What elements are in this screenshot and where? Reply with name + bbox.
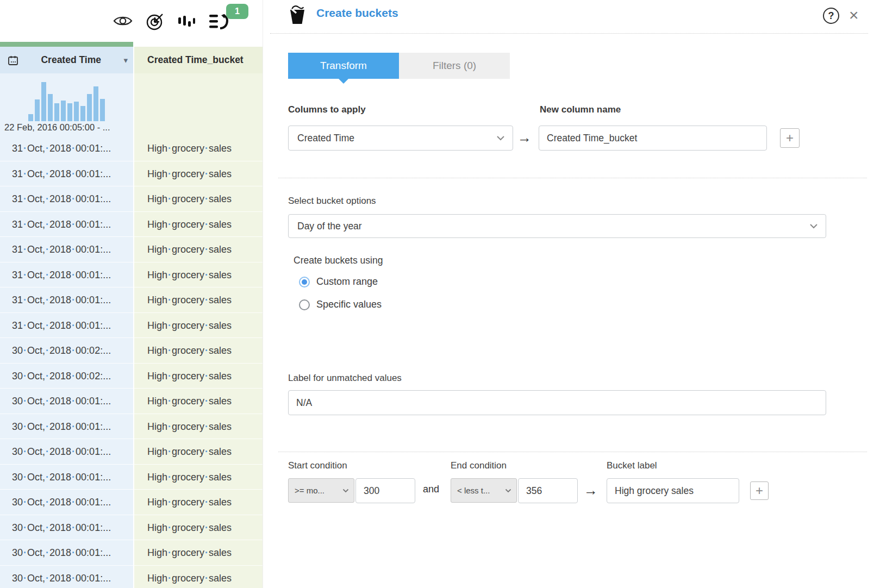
table-row[interactable]: 31·Oct,·2018·00:01:...High·grocery·sales [0, 237, 263, 262]
table-cell[interactable]: 30·Oct,·2018·00:01:... [0, 389, 133, 414]
radio-specific-values[interactable]: Specific values [299, 299, 382, 310]
end-value-input[interactable] [518, 478, 578, 503]
table-cell[interactable]: 31·Oct,·2018·00:01:... [0, 262, 133, 288]
whitespace-dot-icon: · [23, 168, 27, 179]
table-cell[interactable]: High·grocery·sales [134, 212, 263, 237]
whitespace-dot-icon: · [71, 497, 76, 508]
whitespace-dot-icon: · [204, 421, 209, 432]
table-row[interactable]: 31·Oct,·2018·00:01:...High·grocery·sales [0, 262, 263, 288]
whitespace-dot-icon: · [45, 193, 49, 204]
column-menu-caret-icon[interactable]: ▾ [123, 55, 128, 65]
column-title: Created Time_bucket [147, 54, 244, 66]
table-cell[interactable]: High·grocery·sales [134, 262, 263, 288]
add-bucket-button[interactable]: + [750, 481, 769, 500]
grid-summary-row: 22 Feb, 2016 00:05:00 - ... [0, 73, 263, 136]
table-cell[interactable]: High·grocery·sales [134, 287, 263, 313]
table-row[interactable]: 30·Oct,·2018·00:01:...High·grocery·sales [0, 414, 263, 440]
end-operator-select[interactable]: < less t... [451, 478, 517, 503]
create-buckets-panel: Create buckets ? × Transform Filters (0)… [263, 0, 880, 588]
end-operator-value: < less t... [457, 486, 490, 495]
table-cell[interactable]: 31·Oct,·2018·00:01:... [0, 212, 133, 237]
table-cell[interactable]: 30·Oct,·2018·00:01:... [0, 566, 133, 588]
table-cell[interactable]: High·grocery·sales [134, 136, 263, 161]
table-cell[interactable]: High·grocery·sales [134, 364, 263, 389]
column-summary-created-time[interactable]: 22 Feb, 2016 00:05:00 - ... [0, 73, 133, 136]
column-stats-icon[interactable] [178, 15, 195, 29]
radio-custom-range[interactable]: Custom range [299, 276, 378, 287]
tab-transform[interactable]: Transform [288, 53, 399, 79]
table-row[interactable]: 30·Oct,·2018·00:01:...High·grocery·sales [0, 566, 263, 588]
table-row[interactable]: 30·Oct,·2018·00:02:...High·grocery·sales [0, 338, 263, 364]
table-row[interactable]: 30·Oct,·2018·00:01:...High·grocery·sales [0, 515, 263, 541]
table-cell[interactable]: 30·Oct,·2018·00:01:... [0, 414, 133, 440]
bucket-label-input[interactable] [607, 478, 739, 503]
column-header-created-time-bucket[interactable]: Created Time_bucket [134, 47, 263, 73]
radio-label: Specific values [316, 299, 382, 310]
bucket-options-select[interactable]: Day of the year [288, 214, 826, 238]
table-row[interactable]: 31·Oct,·2018·00:01:...High·grocery·sales [0, 313, 263, 339]
table-row[interactable]: 30·Oct,·2018·00:01:...High·grocery·sales [0, 439, 263, 465]
table-row[interactable]: 31·Oct,·2018·00:01:...High·grocery·sales [0, 136, 263, 161]
table-row[interactable]: 30·Oct,·2018·00:01:...High·grocery·sales [0, 490, 263, 515]
table-cell[interactable]: High·grocery·sales [134, 161, 263, 187]
start-value-field-wrap [355, 478, 415, 503]
steps-count-badge: 1 [226, 4, 248, 19]
column-header-created-time[interactable]: Created Time ▾ [0, 47, 133, 73]
radio-unselected-icon[interactable] [299, 299, 310, 310]
table-cell[interactable]: 31·Oct,·2018·00:01:... [0, 313, 133, 339]
table-rows: 31·Oct,·2018·00:01:...High·grocery·sales… [0, 136, 263, 588]
table-cell[interactable]: High·grocery·sales [134, 186, 263, 212]
table-cell[interactable]: High·grocery·sales [134, 237, 263, 262]
table-cell[interactable]: High·grocery·sales [134, 465, 263, 490]
table-cell[interactable]: 30·Oct,·2018·00:01:... [0, 439, 133, 465]
help-icon[interactable]: ? [823, 8, 839, 24]
bucket-label-field-wrap [607, 478, 739, 503]
table-cell[interactable]: 31·Oct,·2018·00:01:... [0, 136, 133, 161]
table-cell[interactable]: 31·Oct,·2018·00:01:... [0, 237, 133, 262]
table-cell[interactable]: 30·Oct,·2018·00:02:... [0, 364, 133, 389]
table-cell[interactable]: High·grocery·sales [134, 439, 263, 465]
selected-bucket-option: Day of the year [297, 221, 362, 232]
table-row[interactable]: 30·Oct,·2018·00:01:...High·grocery·sales [0, 389, 263, 414]
add-column-button[interactable]: + [780, 128, 800, 148]
table-cell[interactable]: High·grocery·sales [134, 490, 263, 515]
table-cell[interactable]: 30·Oct,·2018·00:01:... [0, 515, 133, 541]
new-column-name-input[interactable] [539, 126, 767, 151]
table-row[interactable]: 30·Oct,·2018·00:02:...High·grocery·sales [0, 364, 263, 389]
table-cell[interactable]: 30·Oct,·2018·00:02:... [0, 338, 133, 364]
table-row[interactable]: 30·Oct,·2018·00:01:...High·grocery·sales [0, 540, 263, 566]
table-cell[interactable]: 30·Oct,·2018·00:01:... [0, 540, 133, 566]
table-cell[interactable]: High·grocery·sales [134, 338, 263, 364]
start-value-input[interactable] [355, 478, 415, 503]
radio-selected-icon[interactable] [299, 277, 310, 287]
table-row[interactable]: 30·Oct,·2018·00:01:...High·grocery·sales [0, 465, 263, 490]
unmatched-values-input[interactable] [288, 390, 826, 415]
histogram-bar [80, 106, 85, 121]
table-cell[interactable]: 31·Oct,·2018·00:01:... [0, 287, 133, 313]
table-cell[interactable]: High·grocery·sales [134, 389, 263, 414]
table-cell[interactable]: High·grocery·sales [134, 566, 263, 588]
table-cell[interactable]: 30·Oct,·2018·00:01:... [0, 490, 133, 515]
table-cell[interactable]: 31·Oct,·2018·00:01:... [0, 186, 133, 212]
whitespace-dot-icon: · [23, 219, 27, 230]
table-cell[interactable]: High·grocery·sales [134, 540, 263, 566]
table-row[interactable]: 31·Oct,·2018·00:01:...High·grocery·sales [0, 186, 263, 212]
target-goal-icon[interactable] [146, 11, 165, 31]
whitespace-dot-icon: · [71, 345, 76, 356]
column-summary-created-time-bucket[interactable] [134, 73, 263, 136]
table-row[interactable]: 31·Oct,·2018·00:01:...High·grocery·sales [0, 212, 263, 237]
close-icon[interactable]: × [849, 7, 859, 24]
start-operator-select[interactable]: >= mo... [288, 478, 354, 503]
whitespace-dot-icon: · [23, 371, 27, 381]
table-cell[interactable]: 30·Oct,·2018·00:01:... [0, 465, 133, 490]
table-row[interactable]: 31·Oct,·2018·00:01:...High·grocery·sales [0, 161, 263, 187]
table-cell[interactable]: High·grocery·sales [134, 414, 263, 440]
tab-filters[interactable]: Filters (0) [399, 53, 510, 79]
whitespace-dot-icon: · [167, 270, 172, 280]
eye-preview-icon[interactable] [113, 14, 133, 28]
table-cell[interactable]: High·grocery·sales [134, 515, 263, 541]
table-row[interactable]: 31·Oct,·2018·00:01:...High·grocery·sales [0, 287, 263, 313]
columns-to-apply-select[interactable]: Created Time [288, 126, 513, 151]
table-cell[interactable]: High·grocery·sales [134, 313, 263, 339]
table-cell[interactable]: 31·Oct,·2018·00:01:... [0, 161, 133, 187]
